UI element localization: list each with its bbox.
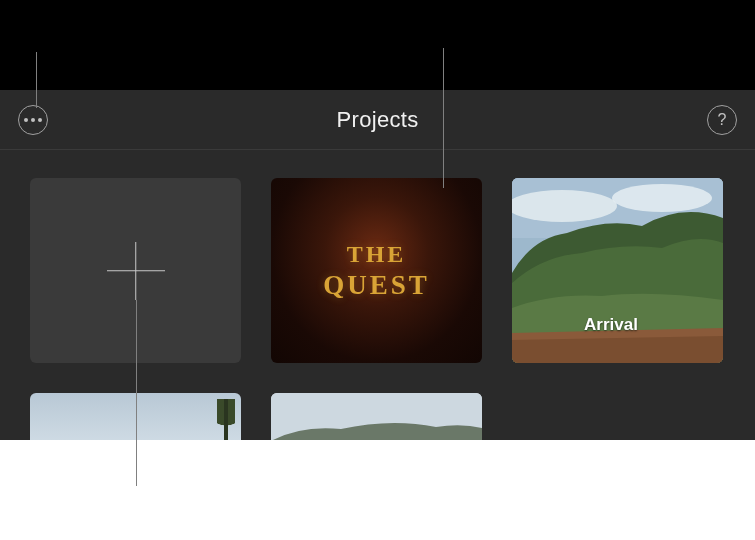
- help-icon: ?: [718, 111, 727, 129]
- toolbar-center: Projects: [48, 107, 707, 133]
- projects-grid-container: THE QUEST Arrival: [0, 150, 755, 440]
- landscape-thumbnail: [512, 178, 723, 363]
- projects-grid: THE QUEST Arrival: [0, 150, 755, 440]
- callout-line-project: [443, 48, 444, 188]
- callout-line-more-button: [36, 52, 37, 108]
- callout-line-create: [136, 300, 137, 486]
- project-title-overlay: Arrival: [584, 315, 638, 335]
- ocean-thumbnail: [271, 393, 482, 440]
- project-title-line1: THE: [323, 240, 430, 269]
- help-button[interactable]: ?: [707, 105, 737, 135]
- more-options-icon: [24, 118, 42, 122]
- svg-point-2: [512, 190, 617, 222]
- top-spacer: [0, 0, 755, 90]
- svg-point-3: [612, 184, 712, 212]
- project-tile-4[interactable]: [271, 393, 482, 440]
- page-title: Projects: [48, 107, 707, 133]
- project-tile-the-quest[interactable]: THE QUEST: [271, 178, 482, 363]
- project-thumbnail-title: THE QUEST: [323, 240, 430, 301]
- project-title-line2: QUEST: [323, 269, 430, 301]
- app-window: Projects ? THE QUEST: [0, 0, 755, 440]
- project-tile-arrival[interactable]: Arrival: [512, 178, 723, 363]
- toolbar: Projects ?: [0, 90, 755, 150]
- more-options-button[interactable]: [18, 105, 48, 135]
- plus-icon: [107, 242, 165, 300]
